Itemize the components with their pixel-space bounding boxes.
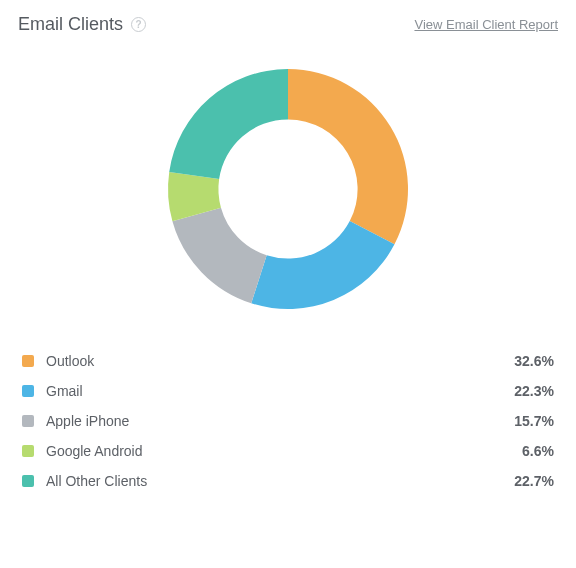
legend-row: All Other Clients22.7% (22, 473, 554, 489)
legend-swatch (22, 385, 34, 397)
page-title: Email Clients (18, 14, 123, 35)
view-report-link[interactable]: View Email Client Report (414, 17, 558, 32)
legend-value: 15.7% (514, 413, 554, 429)
donut-chart-area (18, 59, 558, 319)
legend-swatch (22, 415, 34, 427)
title-wrap: Email Clients ? (18, 14, 146, 35)
donut-slice (288, 69, 408, 244)
legend: Outlook32.6%Gmail22.3%Apple iPhone15.7%G… (18, 353, 558, 497)
legend-value: 22.7% (514, 473, 554, 489)
help-icon[interactable]: ? (131, 17, 146, 32)
legend-row: Google Android6.6% (22, 443, 554, 459)
donut-slice (251, 221, 394, 309)
legend-label: Apple iPhone (46, 413, 514, 429)
legend-value: 6.6% (522, 443, 554, 459)
legend-swatch (22, 355, 34, 367)
legend-value: 22.3% (514, 383, 554, 399)
donut-slice (169, 69, 288, 179)
legend-label: Google Android (46, 443, 522, 459)
legend-row: Gmail22.3% (22, 383, 554, 399)
legend-label: All Other Clients (46, 473, 514, 489)
donut-slice (172, 208, 266, 304)
legend-value: 32.6% (514, 353, 554, 369)
legend-row: Apple iPhone15.7% (22, 413, 554, 429)
legend-row: Outlook32.6% (22, 353, 554, 369)
legend-label: Outlook (46, 353, 514, 369)
legend-swatch (22, 445, 34, 457)
donut-chart (158, 59, 418, 319)
header: Email Clients ? View Email Client Report (18, 14, 558, 35)
legend-label: Gmail (46, 383, 514, 399)
legend-swatch (22, 475, 34, 487)
